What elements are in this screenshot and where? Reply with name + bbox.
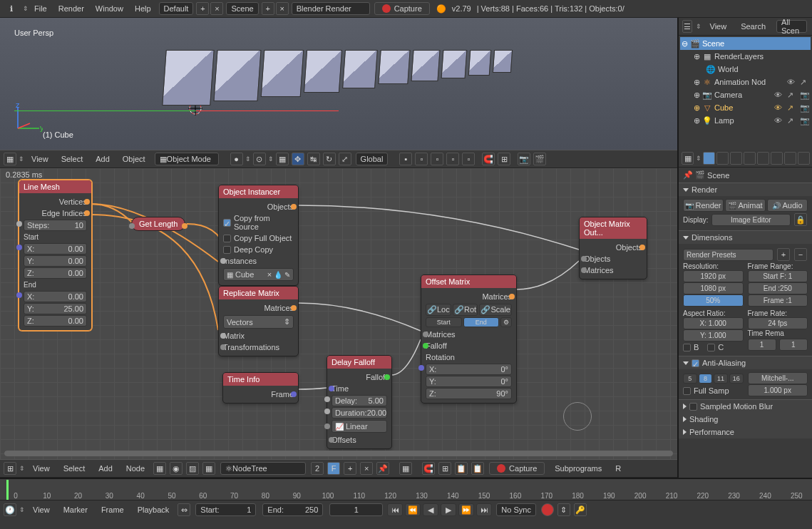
loc-tab[interactable]: 🔗Loc	[426, 304, 451, 316]
outliner-search-menu[interactable]: Search	[735, 22, 771, 31]
object-tab-icon[interactable]	[757, 152, 769, 165]
add-preset-button[interactable]: +	[777, 248, 790, 261]
end-z-field[interactable]: Z:0.00	[24, 315, 87, 327]
tree-item-renderlayers[interactable]: ⊕▦RenderLayers	[680, 50, 811, 63]
animation-button[interactable]: 🎬Animat	[725, 199, 766, 212]
users-count[interactable]: 2	[311, 462, 324, 475]
render-tab-icon[interactable]	[703, 152, 715, 165]
subprograms-menu[interactable]: Subprograms	[549, 464, 607, 473]
manip-scale-icon[interactable]: ⤢	[339, 153, 351, 165]
fake-user-button[interactable]: F	[327, 462, 340, 475]
res-y-field[interactable]: 1080 px	[683, 282, 744, 294]
deep-copy-checkbox[interactable]: Deep Copy	[223, 244, 294, 255]
current-frame-field[interactable]: 1	[329, 503, 383, 516]
aa-5-button[interactable]: 5	[683, 374, 697, 384]
node-replicate-matrix[interactable]: Replicate Matrix Matrices Vectors⇕ Matri…	[218, 286, 299, 356]
play-button[interactable]: ▶	[441, 503, 456, 516]
render-preset-dropdown[interactable]: Render Presets	[683, 249, 774, 261]
scale-tab[interactable]: 🔗Scale	[479, 304, 512, 316]
view-menu-node[interactable]: View	[27, 464, 56, 473]
remove-scene-button[interactable]: ×	[276, 2, 289, 15]
node-offset-matrix[interactable]: Offset Matrix Matrices 🔗Loc 🔗Rot 🔗Scale …	[421, 274, 517, 404]
copy-full-checkbox[interactable]: Copy Full Object	[223, 232, 294, 244]
node-editor[interactable]: 0.2835 ms Line Mesh Vertices Edge Indice…	[0, 168, 677, 459]
r-menu[interactable]: R	[610, 464, 627, 473]
add-scene-button[interactable]: +	[262, 2, 274, 15]
editor-type-chevron[interactable]: ⇕	[23, 5, 29, 12]
world-tab-icon[interactable]	[744, 152, 756, 165]
start-z-field[interactable]: Z:0.00	[24, 267, 87, 279]
start-tab[interactable]: Start	[426, 317, 462, 327]
aa-size-field[interactable]: 1.000 px	[748, 384, 808, 396]
add-menu-3d[interactable]: Add	[90, 155, 115, 163]
auto-keyframe-button[interactable]	[541, 503, 554, 516]
end-tab[interactable]: End	[463, 317, 500, 327]
select-menu-node[interactable]: Select	[58, 464, 91, 473]
add-menu-node[interactable]: Add	[93, 464, 118, 473]
constraints-tab-icon[interactable]	[771, 152, 783, 165]
aa-16-button[interactable]: 16	[729, 374, 744, 384]
display-dropdown[interactable]: Image Editor	[711, 214, 791, 226]
window-menu[interactable]: Window	[90, 4, 129, 13]
info-editor-icon[interactable]: ℹ	[4, 2, 19, 15]
layers-tab-icon[interactable]	[716, 152, 729, 165]
tree-item-lamp[interactable]: ⊕💡Lamp👁↗📷	[680, 114, 811, 127]
copy-from-source-checkbox[interactable]: ✓Copy from Source	[223, 212, 294, 232]
outliner-tree[interactable]: ⊖🎬Scene ⊕▦RenderLayers 🌐World ⊕⚛Animatio…	[679, 36, 812, 128]
render-engine-dropdown[interactable]: Blender Render	[292, 2, 370, 15]
start-frame-field[interactable]: Start: 1	[195, 503, 256, 516]
border-checkbox[interactable]	[683, 344, 691, 351]
node-editor-icon[interactable]: ⊞	[4, 462, 16, 475]
manip-translate-icon[interactable]: ↹	[307, 153, 320, 165]
jump-start-button[interactable]: ⏮	[387, 503, 403, 516]
play-reverse-button[interactable]: ◀	[423, 503, 438, 516]
snap-node-icon[interactable]: 🧲	[422, 462, 435, 475]
delay-field[interactable]: Delay:5.00	[332, 395, 387, 406]
capture-node-button[interactable]: Capture	[489, 462, 545, 475]
keyframe-next-button[interactable]: ⏩	[458, 503, 474, 516]
add-tree-button[interactable]: +	[344, 462, 356, 475]
aa-11-button[interactable]: 11	[714, 374, 728, 384]
rot-z-field[interactable]: Z:90°	[426, 388, 512, 399]
layer-02-button[interactable]: ▫	[415, 153, 428, 165]
outliner-filter-dropdown[interactable]: All Scen	[776, 20, 807, 33]
layer-04-button[interactable]: ▫	[446, 153, 459, 165]
start-frame-field[interactable]: Start F: 1	[748, 270, 808, 282]
sync-dropdown[interactable]: No Sync	[496, 503, 536, 516]
manipulator-icon[interactable]: ✥	[292, 153, 304, 165]
render-panel-header[interactable]: Render	[679, 183, 812, 196]
shading-panel-header[interactable]: Shading	[679, 413, 812, 426]
performance-panel-header[interactable]: Performance	[679, 426, 812, 438]
tree-type-2-icon[interactable]: ◉	[170, 462, 183, 475]
node-tree-dropdown[interactable]: ⚛ NodeTree	[220, 462, 306, 475]
orientation-dropdown[interactable]: Global	[356, 153, 389, 165]
rot-y-field[interactable]: Y:0°	[426, 376, 512, 387]
lock-icon[interactable]: 🔒	[794, 213, 807, 226]
layer-01-button[interactable]: ▪	[399, 153, 412, 165]
full-sample-checkbox[interactable]	[683, 387, 691, 395]
timeline-editor-icon[interactable]: 🕐	[4, 503, 16, 516]
duration-field[interactable]: Duration:20.00	[332, 407, 387, 418]
viewport-3d[interactable]: User Persp (1) Cube y z	[0, 18, 677, 150]
scene-tab-icon[interactable]	[730, 152, 742, 165]
tree-item-camera[interactable]: ⊕📷Camera👁↗📷	[680, 88, 811, 101]
tree-type-3-icon[interactable]: ▨	[186, 462, 199, 475]
fps-dropdown[interactable]: 24 fps	[748, 317, 808, 329]
node-menu[interactable]: Node	[120, 464, 150, 473]
timeline-view-menu[interactable]: View	[27, 505, 56, 514]
tree-item-animation-nodes[interactable]: ⊕⚛Animation Nod👁↗	[680, 76, 811, 88]
props-editor-icon[interactable]: ▦	[682, 152, 694, 165]
layers-icon[interactable]: ▦	[276, 153, 289, 165]
snap-type-icon[interactable]: ⊞	[498, 153, 510, 165]
tree-item-cube[interactable]: ⊕▽Cube👁↗📷	[680, 101, 811, 114]
replicate-type-dropdown[interactable]: Vectors⇕	[223, 315, 294, 329]
modifiers-tab-icon[interactable]	[784, 152, 796, 165]
rot-tab[interactable]: 🔗Rot	[453, 304, 478, 316]
file-menu[interactable]: File	[29, 4, 53, 13]
view-menu-3d[interactable]: View	[26, 155, 54, 163]
tree-type-1-icon[interactable]: ▦	[153, 462, 166, 475]
capture-button[interactable]: Capture	[374, 2, 430, 15]
outliner-view-menu[interactable]: View	[704, 22, 733, 31]
end-x-field[interactable]: X:0.00	[24, 291, 87, 302]
aa-panel-header[interactable]: ✓Anti-Aliasing	[679, 356, 812, 369]
